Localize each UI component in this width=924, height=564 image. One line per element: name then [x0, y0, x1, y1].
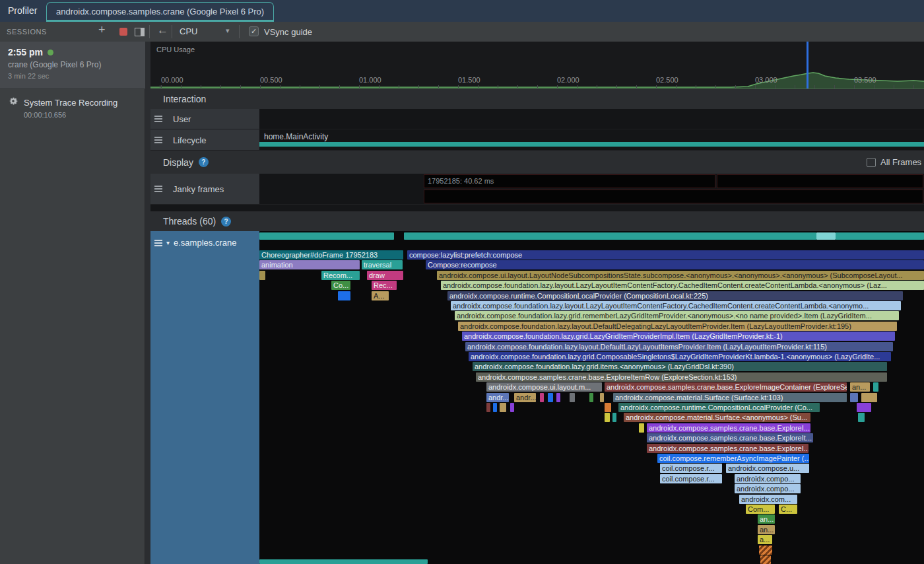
flame-bar[interactable]: Choreographer#doFrame 17952183: [259, 250, 403, 260]
flame-bar[interactable]: androidx.compose.foundation.lazy.grid.Co…: [469, 352, 891, 361]
janky-track-timeline[interactable]: 17952185: 40.62 ms: [259, 174, 924, 205]
flame-bar[interactable]: coil.compose.rememberAsyncImagePainter (…: [657, 454, 809, 463]
flame-bar[interactable]: androidx.compose.u...: [726, 464, 809, 473]
flame-bar[interactable]: [556, 393, 560, 402]
flame-bar[interactable]: androidx.compo...: [735, 474, 801, 483]
flame-bar[interactable]: [540, 393, 544, 402]
flame-bar[interactable]: [873, 382, 878, 392]
flame-bar[interactable]: [493, 403, 497, 412]
flame-bar[interactable]: androidx.compose.foundation.lazy.grid.re…: [455, 311, 899, 320]
drag-handle-icon[interactable]: [154, 240, 162, 246]
thread-label-crane[interactable]: ▾ e.samples.crane: [150, 231, 259, 564]
flame-bar[interactable]: androidx.com...: [739, 495, 797, 504]
flame-bar[interactable]: [259, 271, 265, 280]
flame-bar[interactable]: Recom...: [321, 271, 360, 280]
flame-bar[interactable]: androidx.compose.foundation.lazy.layout.…: [458, 322, 897, 331]
flame-bar[interactable]: androidx.compose.ui.layout.m...: [486, 382, 602, 392]
flame-bar[interactable]: [858, 413, 865, 422]
flame-bar[interactable]: a...: [758, 535, 772, 544]
section-threads[interactable]: Threads (60) ?: [150, 211, 924, 231]
chevron-down-icon[interactable]: ▾: [226, 26, 230, 35]
drag-handle-icon[interactable]: [154, 186, 162, 192]
user-track-timeline[interactable]: [259, 109, 924, 129]
flame-bar[interactable]: androidx.compose.material.Surface (Surfa…: [613, 393, 847, 402]
drag-handle-icon[interactable]: [154, 137, 162, 143]
janky-track-label[interactable]: Janky frames: [150, 174, 259, 205]
flame-bar[interactable]: Compose:recompose: [426, 260, 924, 269]
tab-crane-session[interactable]: androidx.compose.samples.crane (Google P…: [46, 2, 274, 22]
flame-bar[interactable]: [816, 232, 836, 240]
vsync-guide-checkbox[interactable]: ✓: [249, 26, 259, 36]
flame-bar[interactable]: androidx.compose.foundation.lazy.grid.La…: [462, 332, 895, 341]
flame-bar[interactable]: androidx.compose.ui.layout.LayoutNodeSub…: [437, 271, 924, 280]
flame-bar[interactable]: [605, 403, 611, 412]
flame-bar[interactable]: [836, 232, 924, 240]
flame-bar[interactable]: andr...: [486, 393, 509, 402]
flame-bar[interactable]: C...: [779, 505, 797, 514]
flame-bar[interactable]: [600, 393, 604, 402]
flame-bar[interactable]: [500, 403, 506, 412]
drag-handle-icon[interactable]: [154, 116, 162, 122]
flame-bar[interactable]: traversal: [362, 260, 403, 269]
flame-bar[interactable]: [338, 291, 350, 300]
recording-item[interactable]: System Trace Recording 00:00:10.656: [0, 89, 145, 125]
flame-bar[interactable]: androidx.compose.foundation.lazy.grid.it…: [473, 362, 887, 371]
flame-bar[interactable]: androidx.compose.samples.crane.base.Expl…: [647, 444, 808, 453]
user-track-label[interactable]: User: [150, 109, 259, 129]
flame-bar[interactable]: androidx.compose.samples.crane.base.Expl…: [476, 372, 887, 382]
flame-bar[interactable]: Com...: [746, 505, 775, 514]
flame-bar[interactable]: andr...: [514, 393, 536, 402]
flame-bar[interactable]: androidx.compose.runtime.CompositionLoca…: [618, 403, 820, 412]
flame-bar[interactable]: [857, 403, 871, 412]
flame-bar[interactable]: androidx.compose.foundation.lazy.layout.…: [465, 342, 893, 351]
flame-bar[interactable]: an...: [758, 514, 775, 524]
add-session-button[interactable]: +: [98, 23, 106, 37]
section-interaction[interactable]: Interaction: [150, 89, 924, 109]
flame-bar[interactable]: [570, 393, 575, 402]
flame-bar[interactable]: [639, 423, 644, 433]
all-frames-checkbox[interactable]: [867, 158, 876, 167]
help-icon[interactable]: ?: [199, 157, 209, 167]
flame-bar[interactable]: [861, 393, 877, 402]
collapse-panel-icon[interactable]: [135, 27, 145, 39]
all-frames-toggle[interactable]: All Frames: [867, 157, 921, 167]
flame-bar[interactable]: [589, 393, 593, 402]
flame-bar[interactable]: [259, 559, 428, 564]
flame-bar[interactable]: animation: [259, 260, 360, 269]
stop-recording-button[interactable]: [119, 28, 127, 36]
flame-bar[interactable]: androidx.compose.samples.crane.base.Expl…: [605, 382, 847, 392]
janky-frame-bar[interactable]: [424, 190, 923, 203]
flame-bar[interactable]: an...: [758, 525, 775, 534]
session-item[interactable]: 2:55 pm crane (Google Pixel 6 Pro) 3 min…: [0, 42, 145, 89]
lifecycle-track-label[interactable]: Lifecycle: [150, 129, 259, 151]
flame-bar[interactable]: androidx.compose.material.Surface.<anony…: [624, 413, 810, 422]
flame-bar[interactable]: an...: [850, 382, 870, 392]
flame-bar[interactable]: [760, 555, 771, 564]
flame-bar[interactable]: coil.compose.r...: [660, 474, 722, 483]
help-icon[interactable]: ?: [221, 217, 231, 227]
flame-bar[interactable]: [605, 413, 610, 422]
lifecycle-track-timeline[interactable]: home.MainActivity: [259, 129, 924, 151]
section-display[interactable]: Display ? All Frames: [150, 151, 924, 174]
flame-bar[interactable]: androidx.compose.runtime.CompositionLoca…: [447, 291, 903, 300]
flame-bar[interactable]: [850, 393, 858, 402]
flame-bar[interactable]: androidx.compo...: [735, 484, 801, 493]
flame-bar[interactable]: coil.compose.r...: [660, 464, 722, 473]
flame-bar[interactable]: androidx.compose.foundation.lazy.layout.…: [451, 301, 901, 310]
janky-frame-bar[interactable]: [717, 174, 923, 188]
flame-bar[interactable]: [510, 403, 514, 412]
flame-bar[interactable]: [759, 546, 772, 555]
flame-bar[interactable]: androidx.compose.samples.crane.base.Expl…: [647, 423, 810, 433]
lifecycle-activity-bar[interactable]: [259, 142, 924, 147]
back-arrow-icon[interactable]: ←: [157, 24, 168, 37]
flame-chart[interactable]: Choreographer#doFrame 17952183compose:la…: [259, 231, 924, 564]
flame-bar[interactable]: compose:lazylist:prefetch:compose: [407, 250, 924, 260]
flame-bar[interactable]: [404, 232, 816, 240]
flame-bar[interactable]: [548, 393, 553, 402]
flame-bar[interactable]: Co...: [331, 281, 350, 290]
flame-bar[interactable]: [486, 403, 490, 412]
flame-bar[interactable]: A...: [372, 291, 389, 300]
time-ruler[interactable]: CPU Usage 00.00000.50001.00001.50002.000…: [150, 42, 924, 89]
flame-bar[interactable]: draw: [367, 271, 403, 280]
chevron-down-icon[interactable]: ▾: [166, 239, 170, 246]
